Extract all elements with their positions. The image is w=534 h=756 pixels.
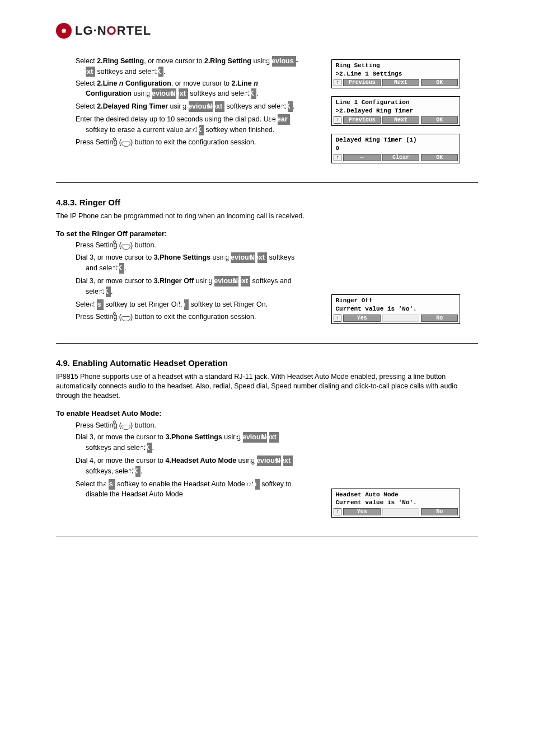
step: Dial 4, or move the cursor to 4.Headset … [76,456,299,477]
lcd-line: Delayed Ring Timer (1) [335,136,456,144]
lcd-screen: Headset Auto Mode Current value is 'No'.… [331,489,460,518]
up-softkey[interactable]: ↑ [334,314,341,322]
paragraph: IP8815 Phone supports use of a headset w… [56,372,478,401]
ok-softkey[interactable]: OK [421,116,458,124]
lcd-line: >2.Delayed Ring Timer [335,107,456,115]
step: Enter the desired delay up to 10 seconds… [76,114,299,135]
lcd-screen: Ringer Off Current value is 'No'. ↑ Yes … [331,294,460,324]
ok-key[interactable]: OK [106,287,111,297]
next-softkey[interactable]: Next [382,116,419,124]
up-softkey[interactable]: ↑ [334,154,341,161]
next-softkey[interactable]: Next [382,79,419,86]
clear-key[interactable]: Clear [278,114,289,125]
no-key[interactable]: No [255,479,260,490]
lcd-screen: Delayed Ring Timer (1) 0 ↑ ← Clear OK [331,134,460,163]
logo: ⎈ LG·NORTEL [56,22,151,39]
lcd-line: Ring Setting [335,62,456,70]
logo-icon: ⎈ [56,23,72,39]
step: Dial 3, or move cursor to 3.Phone Settin… [76,252,299,274]
step: Press Setting () button. [76,241,299,250]
next-key[interactable]: Next [241,276,250,287]
yes-key[interactable]: Yes [97,299,104,310]
step: Select 2.Ring Setting, or move cursor to… [76,56,299,77]
subheading: To enable Headset Auto Mode: [56,408,478,419]
previous-softkey[interactable]: Previous [343,79,380,86]
paragraph: The IP Phone can be programmed not to ri… [56,212,478,221]
settings-icon [121,421,130,429]
section-title: 4.9. Enabling Automatic Headset Operatio… [56,358,478,369]
section-ringer-off: 4.8.3. Ringer Off The IP Phone can be pr… [56,197,478,344]
settings-icon [121,241,130,249]
up-softkey[interactable]: ↑ [334,116,341,124]
ok-softkey[interactable]: OK [421,79,458,86]
yes-key[interactable]: Yes [109,479,115,490]
next-key[interactable]: Next [179,88,188,99]
step: Dial 3, or move the cursor to 3.Phone Se… [76,432,299,453]
settings-icon [121,313,130,321]
step: Select 2.Line n Configuration, or move c… [76,79,299,99]
clear-softkey[interactable]: Clear [382,154,419,161]
ok-key[interactable]: OK [147,443,152,453]
lcd-line: >2.Line 1 Settings [335,70,456,78]
ok-key[interactable]: OK [199,125,204,135]
ok-key[interactable]: OK [119,263,124,274]
yes-softkey[interactable]: Yes [343,314,380,322]
back-softkey[interactable]: ← [343,154,380,161]
next-key[interactable]: Next [283,456,293,466]
no-key[interactable]: No [184,299,189,310]
step: Press Setting () button to exit the conf… [76,312,299,322]
no-softkey[interactable]: No [421,508,458,515]
ok-softkey[interactable]: OK [421,154,458,161]
lcd-line: Current value is 'No'. [335,499,456,507]
yes-softkey[interactable]: Yes [343,508,380,515]
lcd-line: 0 [335,144,456,153]
step: Dial 3, or move cursor to 3.Ringer Off u… [76,276,299,297]
subheading: To set the Ringer Off parameter: [56,229,478,239]
no-softkey[interactable]: No [421,314,458,322]
step: Press Setting () button to exit the conf… [76,138,299,147]
settings-icon [121,138,130,146]
step: Select Yes softkey to set Ringer Off, No… [76,299,299,310]
ok-key[interactable]: OK [251,88,256,99]
section-ring-setting: Select 2.Ring Setting, or move cursor to… [56,56,478,183]
next-key[interactable]: Next [257,252,267,263]
step: Press Setting () button. [76,421,299,430]
step: Select 2.Delayed Ring Timer using Previo… [76,101,299,112]
ok-key[interactable]: OK [135,466,140,477]
lcd-line: Current value is 'No'. [335,305,456,313]
lcd-screen: Line 1 Configuration >2.Delayed Ring Tim… [331,96,460,126]
lcd-line: Ringer Off [335,297,456,305]
next-key[interactable]: Next [269,432,279,443]
next-key[interactable]: Next [86,67,95,77]
up-softkey[interactable]: ↑ [334,79,341,86]
section-headset-auto: 4.9. Enabling Automatic Headset Operatio… [56,358,478,537]
previous-key[interactable]: Previous [272,56,296,67]
up-softkey[interactable]: ↑ [334,508,341,515]
ok-key[interactable]: OK [288,101,293,112]
step: Select the Yes softkey to enable the Hea… [76,479,299,499]
lcd-screen: Ring Setting >2.Line 1 Settings ↑ Previo… [331,59,460,89]
ok-key[interactable]: OK [158,67,163,77]
blank-softkey [382,314,419,322]
lcd-line: Line 1 Configuration [335,98,456,107]
page-header: ⎈ LG·NORTEL [56,22,478,39]
blank-softkey [382,508,419,515]
lcd-line: Headset Auto Mode [335,491,456,499]
previous-softkey[interactable]: Previous [343,116,380,124]
section-title: 4.8.3. Ringer Off [56,197,478,208]
next-key[interactable]: Next [215,101,224,112]
